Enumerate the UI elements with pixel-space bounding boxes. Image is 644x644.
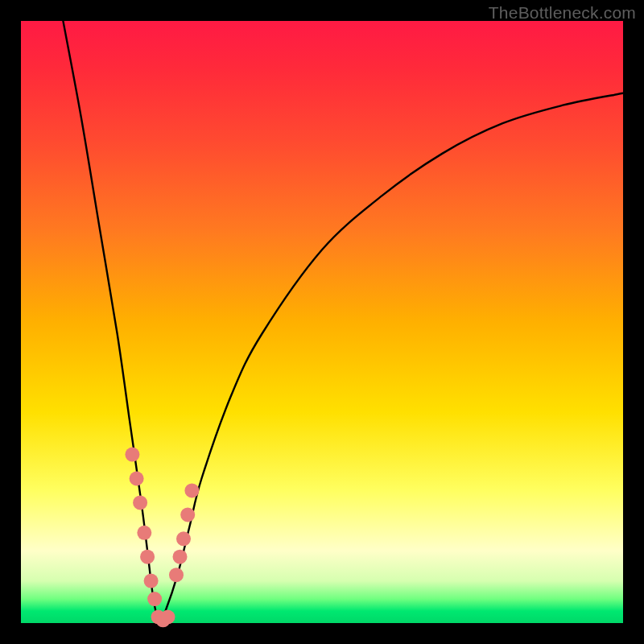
marker-dot — [130, 472, 144, 486]
marker-dot — [133, 495, 147, 510]
marker-dot — [137, 526, 151, 540]
marker-dot — [180, 507, 195, 522]
marker-dot — [144, 574, 159, 588]
marker-dot — [125, 448, 139, 462]
marker-dot — [173, 550, 188, 564]
marker-dot — [140, 550, 155, 564]
marker-dot — [176, 531, 191, 546]
chart-frame: TheBottleneck.com — [0, 0, 644, 644]
marker-dot — [147, 592, 162, 606]
marker-dot — [169, 568, 184, 582]
marker-dot — [184, 483, 199, 497]
highlighted-points — [125, 448, 199, 628]
marker-dot — [161, 610, 175, 625]
chart-svg — [21, 21, 623, 623]
plot-area — [21, 21, 623, 623]
watermark-text: TheBottleneck.com — [489, 3, 636, 23]
